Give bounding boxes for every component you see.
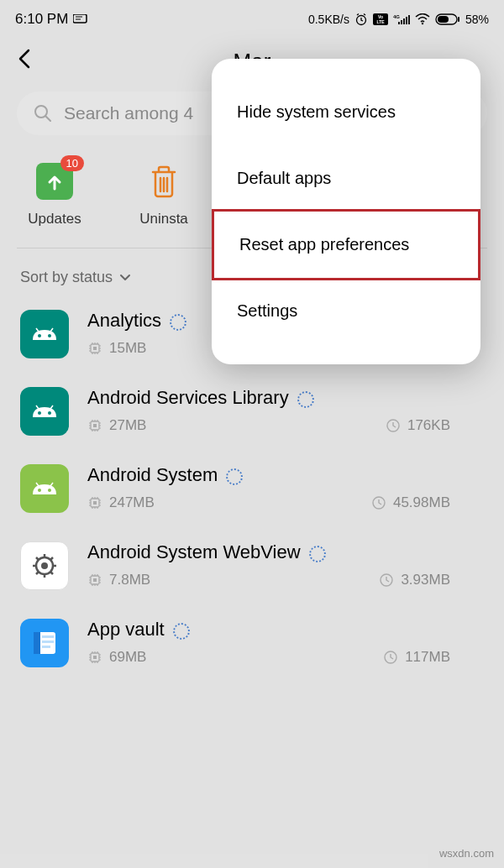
svg-point-11 (38, 334, 41, 337)
svg-rect-37 (93, 656, 97, 659)
storage-stat: 7.8MB (87, 572, 150, 588)
clock-icon (386, 418, 401, 433)
trash-icon (143, 160, 185, 202)
battery-icon (435, 13, 460, 25)
svg-point-17 (48, 411, 51, 415)
app-item[interactable]: Android System 247MB 45.98MB (0, 451, 504, 528)
storage-value: 27MB (109, 417, 146, 434)
search-placeholder: Search among 4 (64, 103, 193, 123)
storage-value: 7.8MB (109, 572, 150, 588)
status-time: 6:10 PM (15, 11, 68, 28)
storage-value: 15MB (109, 340, 146, 357)
clock-icon (379, 573, 394, 588)
data-value: 3.93MB (401, 572, 450, 588)
data-value: 117MB (405, 649, 450, 666)
alarm-icon (354, 13, 368, 26)
svg-point-12 (48, 334, 51, 337)
message-icon (73, 14, 88, 24)
loading-icon (297, 391, 311, 405)
svg-point-6 (422, 23, 423, 24)
wifi-icon (415, 13, 430, 25)
data-stat: 117MB (383, 649, 450, 666)
loading-icon (170, 314, 183, 327)
menu-default-apps[interactable]: Default apps (212, 145, 480, 212)
chip-icon (87, 650, 102, 665)
overflow-menu: Hide system services Default apps Reset … (212, 59, 480, 364)
app-icon (20, 464, 69, 513)
storage-stat: 69MB (87, 649, 146, 666)
clock-icon (371, 495, 386, 510)
menu-settings[interactable]: Settings (212, 278, 480, 344)
svg-point-22 (48, 489, 51, 492)
app-name: Analytics (87, 310, 161, 332)
svg-rect-35 (42, 646, 50, 648)
app-item[interactable]: Android System WebView 7.8MB 3.93MB (0, 528, 504, 605)
app-icon (20, 310, 69, 358)
svg-rect-32 (34, 632, 40, 654)
uninstall-action[interactable]: Uninsta (126, 160, 202, 227)
status-right: 0.5KB/s VoLTE 4G 58% (308, 13, 489, 26)
svg-rect-33 (42, 635, 54, 638)
svg-rect-9 (458, 17, 459, 22)
svg-point-27 (41, 562, 48, 569)
chip-icon (87, 495, 102, 510)
menu-reset-preferences[interactable]: Reset app preferences (212, 209, 480, 280)
svg-rect-8 (438, 16, 449, 23)
app-name: App vault (87, 619, 165, 641)
watermark: wsxdn.com (439, 847, 494, 860)
data-stat: 176KB (386, 417, 450, 434)
chevron-down-icon (119, 274, 131, 282)
status-left: 6:10 PM (15, 11, 88, 28)
uninstall-label: Uninsta (139, 211, 188, 227)
battery-percent: 58% (465, 13, 489, 26)
app-info: Android Services Library 27MB 176KB (87, 387, 484, 434)
app-info: App vault 69MB 117MB (87, 619, 484, 666)
svg-point-16 (38, 411, 41, 415)
chip-icon (87, 341, 102, 356)
app-icon (20, 387, 69, 436)
data-stat: 3.93MB (379, 572, 450, 588)
data-value: 176KB (407, 417, 450, 434)
svg-rect-19 (93, 424, 97, 427)
menu-hide-system[interactable]: Hide system services (212, 79, 480, 145)
app-icon (20, 619, 69, 667)
storage-stat: 247MB (87, 494, 155, 511)
loading-icon (226, 468, 239, 482)
app-info: Android System WebView 7.8MB 3.93MB (87, 541, 484, 588)
app-name: Android Services Library (87, 387, 289, 409)
chip-icon (87, 573, 102, 588)
app-item[interactable]: App vault 69MB 117MB (0, 605, 504, 682)
storage-stat: 15MB (87, 340, 146, 357)
updates-badge: 10 (60, 155, 84, 171)
updates-label: Updates (28, 211, 81, 227)
chip-icon (87, 418, 102, 433)
app-name: Android System WebView (87, 541, 301, 563)
search-icon (34, 104, 52, 123)
network-speed: 0.5KB/s (308, 13, 349, 26)
svg-rect-29 (93, 578, 97, 582)
svg-text:4G: 4G (393, 14, 400, 19)
data-stat: 45.98MB (371, 494, 450, 511)
updates-action[interactable]: 10 Updates (17, 160, 92, 227)
svg-rect-0 (73, 14, 87, 23)
svg-text:LTE: LTE (376, 19, 385, 24)
status-bar: 6:10 PM 0.5KB/s VoLTE 4G 58% (0, 0, 504, 35)
loading-icon (173, 623, 186, 636)
storage-value: 247MB (109, 494, 155, 511)
svg-rect-14 (93, 347, 97, 350)
storage-stat: 27MB (87, 417, 146, 434)
storage-value: 69MB (109, 649, 146, 666)
svg-point-21 (38, 489, 41, 492)
sort-label: Sort by status (20, 269, 113, 286)
clock-icon (383, 650, 398, 665)
app-info: Android System 247MB 45.98MB (87, 464, 484, 511)
app-icon (20, 541, 69, 590)
svg-rect-24 (93, 501, 97, 505)
signal-icon: 4G (393, 13, 410, 25)
svg-rect-34 (42, 641, 54, 643)
data-value: 45.98MB (393, 494, 450, 511)
loading-icon (309, 546, 323, 559)
app-name: Android System (87, 464, 218, 486)
app-item[interactable]: Android Services Library 27MB 176KB (0, 374, 504, 451)
volte-icon: VoLTE (373, 13, 388, 25)
